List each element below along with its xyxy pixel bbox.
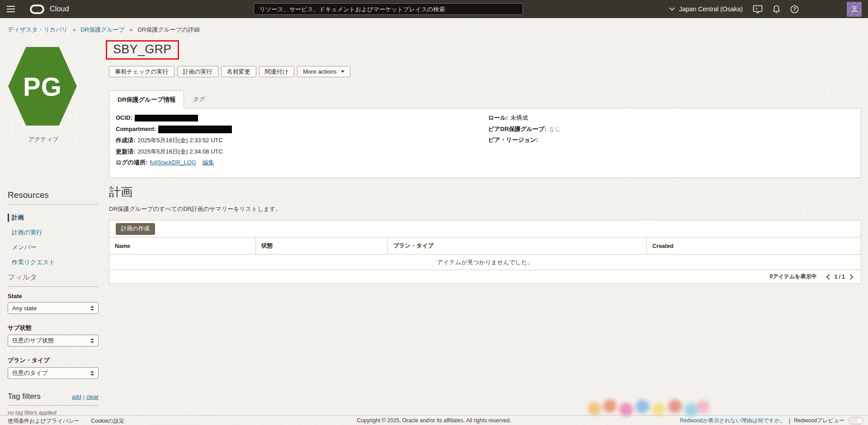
tag-filters-header: Tag filters add|clear <box>8 392 99 401</box>
divider <box>8 405 99 406</box>
cloud-shell-icon[interactable]: > <box>753 5 763 14</box>
breadcrumb-dr-protection-groups[interactable]: DR保護グループ <box>80 26 125 33</box>
redwood-preview-toggle[interactable] <box>848 417 863 425</box>
create-plan-button[interactable]: 計画の作成 <box>116 223 155 235</box>
compartment-redacted-value <box>158 126 232 133</box>
topbar-right: Japan Central (Osaka) > ? <box>669 0 868 18</box>
prev-page-button[interactable] <box>824 274 832 280</box>
person-icon <box>851 5 858 13</box>
oci-console: Cloud Japan Central (Osaka) > <box>0 0 868 425</box>
updated-label: 更新済: <box>116 148 135 155</box>
avatar[interactable] <box>847 2 862 17</box>
plans-section: 計画 DR保護グループのすべてのDR計画のサマリーをリストします。 計画の作成 … <box>109 184 861 284</box>
chevron-down-icon <box>669 7 675 11</box>
notifications-icon[interactable] <box>773 5 780 14</box>
footer: 使用条件およびプライバシー Cookieの設定 Copyright © 2025… <box>0 415 868 425</box>
search-input[interactable] <box>254 3 523 15</box>
hamburger-icon[interactable] <box>2 0 20 18</box>
column-header-state: 状態 <box>256 238 388 254</box>
divider <box>8 286 99 287</box>
page-indicator: 1 / 1 <box>835 274 845 280</box>
sidebar-item-members[interactable]: メンバー <box>8 243 37 252</box>
redwood-why-link[interactable]: Redwoodが表示されない理由は何ですか。 <box>680 417 785 425</box>
status-badge: アクティブ <box>7 135 80 144</box>
sidebar-item-plan-executions[interactable]: 計画の実行 <box>8 229 42 237</box>
help-icon[interactable]: ? <box>790 5 799 14</box>
pagination-summary: 0アイテムを表示中 <box>770 273 817 280</box>
ocid-label: OCID: <box>116 114 132 121</box>
region-selector[interactable]: Japan Central (Osaka) <box>669 5 743 13</box>
column-header-plan-type: プラン・タイプ <box>388 238 647 254</box>
tab-tags[interactable]: タグ <box>184 90 213 108</box>
sidebar-item-plans[interactable]: 計画 <box>8 214 24 222</box>
select-updown-icon <box>90 338 94 343</box>
role-label: ロール: <box>488 114 508 121</box>
resource-status-hexagon: PG <box>8 47 77 126</box>
substate-filter-value: 任意のサブ状態 <box>12 336 54 345</box>
annotation-highlight-box: SBY_GRP <box>106 40 179 60</box>
breadcrumb-separator: » <box>72 26 75 33</box>
next-page-icon <box>849 274 854 280</box>
svg-text:>: > <box>755 7 758 11</box>
rename-button[interactable]: 名前変更 <box>221 66 256 77</box>
column-header-name: Name <box>109 238 256 254</box>
filters-section: フィルタ State Any state サブ状態 任意のサブ状態 プラン・タイ… <box>8 273 99 416</box>
tag-filters-heading: Tag filters <box>8 392 41 401</box>
more-actions-button[interactable]: More actions <box>297 66 350 77</box>
associate-button[interactable]: 関連付け <box>259 66 294 77</box>
tab-dr-protection-group-info[interactable]: DR保護グループ情報 <box>109 90 184 108</box>
created-label: 作成済: <box>116 137 135 144</box>
resource-type-badge: PG <box>23 71 62 102</box>
log-location-link[interactable]: fullStackDR_LOG <box>150 159 196 166</box>
table-empty-message: アイテムが見つかりませんでした。 <box>109 254 861 270</box>
breadcrumb: ディザスタ・リカバリ » DR保護グループ » DR保護グループの詳細 <box>8 26 199 34</box>
select-updown-icon <box>90 371 94 376</box>
created-value: 2025年5月16日(金) 2:33:52 UTC <box>137 137 223 144</box>
substate-filter-select[interactable]: 任意のサブ状態 <box>8 335 99 346</box>
dr-protection-group-info-panel: OCID: Compartment: 作成済: 2025年5月16日(金) 2:… <box>109 108 861 178</box>
plan-type-filter-label: プラン・タイプ <box>8 356 99 364</box>
separator: | <box>83 394 85 400</box>
chevron-down-icon <box>341 70 344 73</box>
resources-heading: Resources <box>8 190 99 200</box>
substate-filter-label: サブ状態 <box>8 324 99 332</box>
action-buttons: 事前チェックの実行 計画の実行 名前変更 関連付け More actions <box>109 66 350 77</box>
separator: | <box>789 418 790 424</box>
execute-plan-button[interactable]: 計画の実行 <box>177 66 218 77</box>
ocid-redacted-value <box>135 115 198 121</box>
log-edit-link[interactable]: 編集 <box>203 159 214 166</box>
select-updown-icon <box>90 306 94 311</box>
plan-type-filter-select[interactable]: 任意のタイプ <box>8 367 99 379</box>
sidebar-item-work-requests[interactable]: 作業リクエスト <box>8 258 55 266</box>
breadcrumb-disaster-recovery[interactable]: ディザスタ・リカバリ <box>8 26 68 33</box>
filters-heading: フィルタ <box>8 273 99 282</box>
brand-label: Cloud <box>50 5 69 13</box>
prev-page-icon <box>826 274 830 280</box>
updated-value: 2025年5月16日(金) 2:34:08 UTC <box>137 148 223 155</box>
state-filter-select[interactable]: Any state <box>8 302 99 314</box>
details-tabs: DR保護グループ情報 タグ OCID: Compartment: 作成済: 20… <box>109 90 861 178</box>
page-title: SBY_GRP <box>113 42 172 56</box>
plans-heading: 計画 <box>109 184 861 200</box>
region-label: Japan Central (Osaka) <box>679 5 743 13</box>
svg-text:?: ? <box>793 6 796 12</box>
run-prechecks-button[interactable]: 事前チェックの実行 <box>109 66 175 77</box>
resources-section: Resources 計画 計画の実行 メンバー 作業リクエスト <box>8 190 99 273</box>
redwood-preview-label: Redwoodプレビュー <box>794 417 844 425</box>
state-filter-value: Any state <box>12 305 37 312</box>
state-filter-label: State <box>8 293 99 299</box>
oracle-logo[interactable] <box>30 5 44 14</box>
breadcrumb-separator: » <box>130 26 133 33</box>
pagination-bar: 0アイテムを表示中 1 / 1 <box>109 270 861 283</box>
next-page-button[interactable] <box>848 274 855 280</box>
tag-filter-add-link[interactable]: add <box>72 394 81 400</box>
breadcrumb-current: DR保護グループの詳細 <box>137 26 199 33</box>
plans-table-card: 計画の作成 Name 状態 プラン・タイプ Created アイテムが見つかりま… <box>109 220 861 284</box>
peer-region-label: ピア・リージョン: <box>488 136 538 144</box>
plans-table-header: Name 状態 プラン・タイプ Created <box>109 238 861 254</box>
column-header-created: Created <box>647 238 861 254</box>
peer-group-value: なし <box>549 126 561 133</box>
role-value: 未構成 <box>510 114 528 121</box>
resources-nav: 計画 計画の実行 メンバー 作業リクエスト <box>8 213 99 266</box>
tag-filter-clear-link[interactable]: clear <box>86 394 99 400</box>
